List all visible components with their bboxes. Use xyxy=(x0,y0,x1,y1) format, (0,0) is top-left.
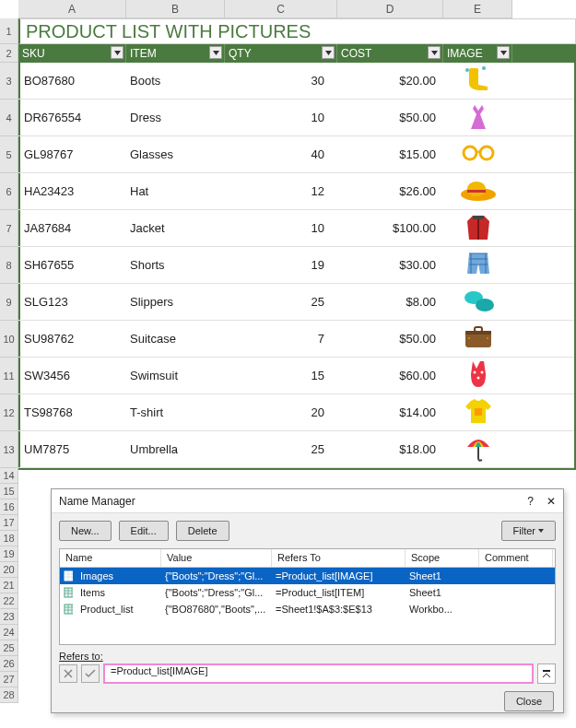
cell-cost[interactable]: $60.00 xyxy=(337,358,443,393)
row-header-24[interactable]: 24 xyxy=(0,625,18,640)
row-header-12[interactable]: 12 xyxy=(0,394,18,431)
row-header-4[interactable]: 4 xyxy=(0,100,18,136)
cell-image[interactable] xyxy=(443,100,512,135)
row-header-27[interactable]: 27 xyxy=(0,672,18,687)
row-headers[interactable]: 1234567891011121314151617181920212223242… xyxy=(0,18,18,703)
col-header-A[interactable]: A xyxy=(18,0,126,18)
cell-qty[interactable]: 30 xyxy=(225,63,337,99)
cell-item[interactable]: Boots xyxy=(126,63,225,99)
row-header-15[interactable]: 15 xyxy=(0,484,18,499)
cell-cost[interactable]: $14.00 xyxy=(337,394,443,430)
table-row[interactable]: SW3456Swimsuit15$60.00 xyxy=(18,358,574,394)
dialog-titlebar[interactable]: Name Manager ? ✕ xyxy=(52,489,563,513)
refers-to-input[interactable]: =Product_list[IMAGE] xyxy=(103,663,534,684)
cell-sku[interactable]: BO87680 xyxy=(18,63,126,99)
row-header-2[interactable]: 2 xyxy=(0,44,18,63)
row-header-28[interactable]: 28 xyxy=(0,687,18,703)
cell-cost[interactable]: $20.00 xyxy=(337,63,443,99)
cell-qty[interactable]: 25 xyxy=(225,431,337,467)
cell-sku[interactable]: SU98762 xyxy=(18,321,126,357)
name-row-Product_list[interactable]: Product_list{"BO87680","Boots",...=Sheet… xyxy=(60,601,555,617)
close-icon[interactable]: ✕ xyxy=(547,495,556,508)
column-headers[interactable]: ABCDE xyxy=(18,0,576,18)
row-header-23[interactable]: 23 xyxy=(0,609,18,625)
filter-button-image[interactable] xyxy=(497,46,510,59)
row-header-11[interactable]: 11 xyxy=(0,358,18,394)
edit-button[interactable]: Edit... xyxy=(119,521,169,541)
cell-cost[interactable]: $15.00 xyxy=(337,136,443,172)
row-header-18[interactable]: 18 xyxy=(0,531,18,546)
row-header-19[interactable]: 19 xyxy=(0,546,18,562)
row-header-21[interactable]: 21 xyxy=(0,578,18,593)
cell-cost[interactable]: $26.00 xyxy=(337,173,443,209)
row-header-5[interactable]: 5 xyxy=(0,136,18,173)
delete-button[interactable]: Delete xyxy=(176,521,229,541)
row-header-22[interactable]: 22 xyxy=(0,593,18,609)
cell-item[interactable]: Hat xyxy=(126,173,225,209)
cell-qty[interactable]: 25 xyxy=(225,284,337,320)
cell-item[interactable]: Glasses xyxy=(126,136,225,172)
cell-item[interactable]: T-shirt xyxy=(126,394,225,430)
cell-cost[interactable]: $18.00 xyxy=(337,431,443,467)
new-button[interactable]: New... xyxy=(59,521,112,541)
cell-sku[interactable]: SLG123 xyxy=(18,284,126,320)
table-row[interactable]: SH67655Shorts19$30.00 xyxy=(18,247,574,284)
cell-image[interactable] xyxy=(443,136,512,172)
row-header-20[interactable]: 20 xyxy=(0,562,18,578)
cell-qty[interactable]: 40 xyxy=(225,136,337,172)
cell-image[interactable] xyxy=(443,63,512,99)
cell-image[interactable] xyxy=(443,358,512,393)
cell-sku[interactable]: UM7875 xyxy=(18,431,126,467)
row-header-8[interactable]: 8 xyxy=(0,247,18,284)
name-row-Items[interactable]: Items{"Boots";"Dress";"Gl...=Product_lis… xyxy=(60,584,555,601)
row-header-17[interactable]: 17 xyxy=(0,515,18,531)
cell-cost[interactable]: $30.00 xyxy=(337,247,443,283)
help-button[interactable]: ? xyxy=(527,495,534,508)
filter-button-sku[interactable] xyxy=(111,46,123,59)
cell-item[interactable]: Umbrella xyxy=(126,431,225,467)
col-header-B[interactable]: B xyxy=(126,0,225,18)
filter-button-item[interactable] xyxy=(209,46,222,59)
cell-cost[interactable]: $100.00 xyxy=(337,210,443,246)
cell-item[interactable]: Shorts xyxy=(126,247,225,283)
row-header-14[interactable]: 14 xyxy=(0,468,18,484)
row-header-10[interactable]: 10 xyxy=(0,321,18,358)
table-row[interactable]: GL98767Glasses40$15.00 xyxy=(18,136,574,173)
cell-sku[interactable]: TS98768 xyxy=(18,394,126,430)
row-header-9[interactable]: 9 xyxy=(0,284,18,321)
cell-cost[interactable]: $8.00 xyxy=(337,284,443,320)
cell-item[interactable]: Swimsuit xyxy=(126,358,225,393)
cell-image[interactable] xyxy=(443,247,512,283)
cell-qty[interactable]: 10 xyxy=(225,100,337,135)
row-header-3[interactable]: 3 xyxy=(0,63,18,100)
cell-cost[interactable]: $50.00 xyxy=(337,321,443,357)
cell-sku[interactable]: GL98767 xyxy=(18,136,126,172)
filter-button-qty[interactable] xyxy=(322,46,335,59)
row-header-26[interactable]: 26 xyxy=(0,656,18,672)
cell-qty[interactable]: 20 xyxy=(225,394,337,430)
cell-item[interactable]: Suitcase xyxy=(126,321,225,357)
collapse-dialog-button[interactable] xyxy=(537,663,556,684)
cell-image[interactable] xyxy=(443,210,512,246)
cell-sku[interactable]: SH67655 xyxy=(18,247,126,283)
cell-qty[interactable]: 19 xyxy=(225,247,337,283)
row-header-16[interactable]: 16 xyxy=(0,499,18,515)
table-row[interactable]: SU98762Suitcase7$50.00 xyxy=(18,321,574,358)
table-row[interactable]: BO87680Boots30$20.00 xyxy=(18,63,574,100)
cell-item[interactable]: Jacket xyxy=(126,210,225,246)
close-button[interactable]: Close xyxy=(504,691,554,711)
cell-qty[interactable]: 15 xyxy=(225,358,337,393)
row-header-13[interactable]: 13 xyxy=(0,431,18,468)
cell-image[interactable] xyxy=(443,394,512,430)
cell-sku[interactable]: DR676554 xyxy=(18,100,126,135)
cell-item[interactable]: Slippers xyxy=(126,284,225,320)
cell-sku[interactable]: SW3456 xyxy=(18,358,126,393)
table-row[interactable]: SLG123Slippers25$8.00 xyxy=(18,284,574,321)
row-header-25[interactable]: 25 xyxy=(0,640,18,656)
table-row[interactable]: UM7875Umbrella25$18.00 xyxy=(18,431,574,468)
filter-button[interactable]: Filter xyxy=(501,521,556,541)
cell-image[interactable] xyxy=(443,284,512,320)
cell-image[interactable] xyxy=(443,431,512,467)
cell-item[interactable]: Dress xyxy=(126,100,225,135)
cancel-refers-button[interactable] xyxy=(59,664,77,683)
